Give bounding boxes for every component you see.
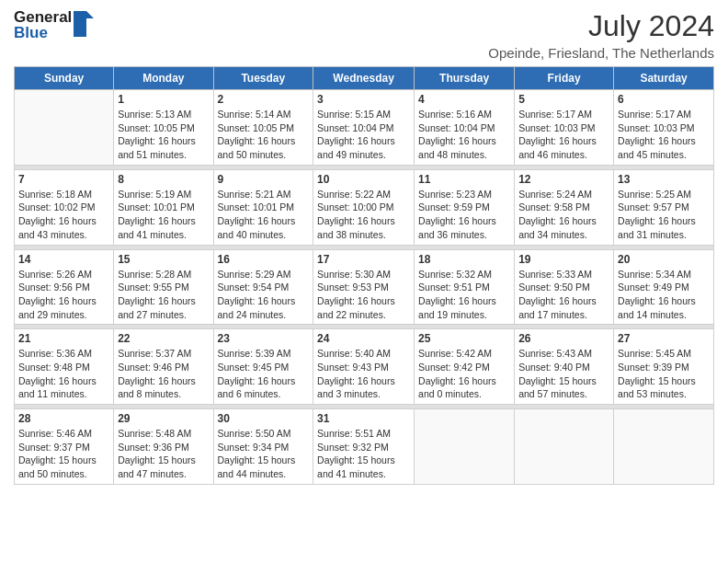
day-info: Sunrise: 5:21 AMSunset: 10:01 PMDaylight… [218,188,310,242]
calendar-cell: 2Sunrise: 5:14 AMSunset: 10:05 PMDayligh… [213,90,313,166]
day-number: 5 [518,93,609,106]
day-info: Sunrise: 5:22 AMSunset: 10:00 PMDaylight… [317,188,410,242]
day-number: 15 [118,253,209,266]
calendar-cell: 26Sunrise: 5:43 AMSunset: 9:40 PMDayligh… [515,329,614,405]
calendar-cell: 17Sunrise: 5:30 AMSunset: 9:53 PMDayligh… [313,249,415,325]
calendar-cell: 31Sunrise: 5:51 AMSunset: 9:32 PMDayligh… [313,409,415,485]
day-number: 16 [218,253,310,266]
day-info: Sunrise: 5:16 AMSunset: 10:04 PMDaylight… [418,108,510,162]
calendar-cell: 5Sunrise: 5:17 AMSunset: 10:03 PMDayligh… [515,90,614,166]
day-info: Sunrise: 5:13 AMSunset: 10:05 PMDaylight… [118,108,209,162]
day-info: Sunrise: 5:42 AMSunset: 9:42 PMDaylight:… [418,347,510,401]
day-info: Sunrise: 5:46 AMSunset: 9:37 PMDaylight:… [18,427,109,481]
col-wednesday: Wednesday [313,67,415,90]
col-monday: Monday [114,67,213,90]
calendar-cell [15,90,114,166]
calendar-cell: 23Sunrise: 5:39 AMSunset: 9:45 PMDayligh… [213,329,313,405]
calendar-cell: 8Sunrise: 5:19 AMSunset: 10:01 PMDayligh… [114,169,213,245]
day-number: 10 [317,173,410,186]
day-info: Sunrise: 5:26 AMSunset: 9:56 PMDaylight:… [18,268,109,322]
calendar-cell: 9Sunrise: 5:21 AMSunset: 10:01 PMDayligh… [213,169,313,245]
day-info: Sunrise: 5:17 AMSunset: 10:03 PMDaylight… [518,108,609,162]
day-number: 14 [18,253,109,266]
calendar-cell: 21Sunrise: 5:36 AMSunset: 9:48 PMDayligh… [15,329,114,405]
day-number: 18 [418,253,510,266]
day-info: Sunrise: 5:24 AMSunset: 9:58 PMDaylight:… [518,188,609,242]
calendar-cell: 11Sunrise: 5:23 AMSunset: 9:59 PMDayligh… [415,169,515,245]
logo-text: General Blue [14,9,72,40]
calendar-cell: 30Sunrise: 5:50 AMSunset: 9:34 PMDayligh… [213,409,313,485]
calendar-cell: 13Sunrise: 5:25 AMSunset: 9:57 PMDayligh… [614,169,714,245]
day-number: 6 [618,93,710,106]
day-number: 17 [317,253,410,266]
day-number: 22 [118,332,209,345]
table-row: 14Sunrise: 5:26 AMSunset: 9:56 PMDayligh… [15,249,714,325]
calendar-cell: 12Sunrise: 5:24 AMSunset: 9:58 PMDayligh… [515,169,614,245]
calendar-cell: 16Sunrise: 5:29 AMSunset: 9:54 PMDayligh… [213,249,313,325]
month-year-title: July 2024 [488,9,714,43]
day-info: Sunrise: 5:30 AMSunset: 9:53 PMDaylight:… [317,268,410,322]
day-info: Sunrise: 5:40 AMSunset: 9:43 PMDaylight:… [317,347,410,401]
col-tuesday: Tuesday [213,67,313,90]
calendar-table: Sunday Monday Tuesday Wednesday Thursday… [14,66,714,485]
day-number: 21 [18,332,109,345]
day-number: 4 [418,93,510,106]
day-number: 24 [317,332,410,345]
col-friday: Friday [515,67,614,90]
table-row: 1Sunrise: 5:13 AMSunset: 10:05 PMDayligh… [15,90,714,166]
calendar-cell: 25Sunrise: 5:42 AMSunset: 9:42 PMDayligh… [415,329,515,405]
day-info: Sunrise: 5:34 AMSunset: 9:49 PMDaylight:… [618,268,710,322]
day-number: 31 [317,412,410,425]
logo-blue: Blue [14,25,72,40]
logo: General Blue [14,9,94,40]
day-info: Sunrise: 5:18 AMSunset: 10:02 PMDaylight… [18,188,109,242]
day-info: Sunrise: 5:39 AMSunset: 9:45 PMDaylight:… [218,347,310,401]
day-number: 23 [218,332,310,345]
day-info: Sunrise: 5:36 AMSunset: 9:48 PMDaylight:… [18,347,109,401]
calendar-cell: 10Sunrise: 5:22 AMSunset: 10:00 PMDaylig… [313,169,415,245]
logo-general: General [14,9,72,25]
day-info: Sunrise: 5:28 AMSunset: 9:55 PMDaylight:… [118,268,209,322]
table-row: 7Sunrise: 5:18 AMSunset: 10:02 PMDayligh… [15,169,714,245]
title-section: July 2024 Opeinde, Friesland, The Nether… [488,9,714,61]
day-info: Sunrise: 5:37 AMSunset: 9:46 PMDaylight:… [118,347,209,401]
day-info: Sunrise: 5:14 AMSunset: 10:05 PMDaylight… [218,108,310,162]
calendar-cell: 24Sunrise: 5:40 AMSunset: 9:43 PMDayligh… [313,329,415,405]
day-number: 1 [118,93,209,106]
calendar-cell: 22Sunrise: 5:37 AMSunset: 9:46 PMDayligh… [114,329,213,405]
day-info: Sunrise: 5:50 AMSunset: 9:34 PMDaylight:… [218,427,310,481]
calendar-cell: 18Sunrise: 5:32 AMSunset: 9:51 PMDayligh… [415,249,515,325]
calendar-cell: 15Sunrise: 5:28 AMSunset: 9:55 PMDayligh… [114,249,213,325]
calendar-cell [515,409,614,485]
day-number: 26 [518,332,609,345]
day-info: Sunrise: 5:33 AMSunset: 9:50 PMDaylight:… [518,268,609,322]
calendar-cell: 14Sunrise: 5:26 AMSunset: 9:56 PMDayligh… [15,249,114,325]
day-number: 9 [218,173,310,186]
calendar-cell: 28Sunrise: 5:46 AMSunset: 9:37 PMDayligh… [15,409,114,485]
day-number: 25 [418,332,510,345]
day-number: 20 [618,253,710,266]
day-info: Sunrise: 5:45 AMSunset: 9:39 PMDaylight:… [618,347,710,401]
day-info: Sunrise: 5:48 AMSunset: 9:36 PMDaylight:… [118,427,209,481]
day-info: Sunrise: 5:17 AMSunset: 10:03 PMDaylight… [618,108,710,162]
calendar-cell: 20Sunrise: 5:34 AMSunset: 9:49 PMDayligh… [614,249,714,325]
day-info: Sunrise: 5:19 AMSunset: 10:01 PMDaylight… [118,188,209,242]
calendar-cell: 29Sunrise: 5:48 AMSunset: 9:36 PMDayligh… [114,409,213,485]
calendar-header-row: Sunday Monday Tuesday Wednesday Thursday… [15,67,714,90]
location-subtitle: Opeinde, Friesland, The Netherlands [488,45,714,61]
day-number: 11 [418,173,510,186]
calendar-cell: 19Sunrise: 5:33 AMSunset: 9:50 PMDayligh… [515,249,614,325]
calendar-cell: 4Sunrise: 5:16 AMSunset: 10:04 PMDayligh… [415,90,515,166]
day-info: Sunrise: 5:29 AMSunset: 9:54 PMDaylight:… [218,268,310,322]
day-info: Sunrise: 5:43 AMSunset: 9:40 PMDaylight:… [518,347,609,401]
logo-arrow-icon [74,11,94,37]
calendar-cell: 1Sunrise: 5:13 AMSunset: 10:05 PMDayligh… [114,90,213,166]
day-number: 28 [18,412,109,425]
day-info: Sunrise: 5:51 AMSunset: 9:32 PMDaylight:… [317,427,410,481]
calendar-cell [415,409,515,485]
table-row: 28Sunrise: 5:46 AMSunset: 9:37 PMDayligh… [15,409,714,485]
day-number: 7 [18,173,109,186]
col-saturday: Saturday [614,67,714,90]
calendar-cell: 3Sunrise: 5:15 AMSunset: 10:04 PMDayligh… [313,90,415,166]
day-number: 12 [518,173,609,186]
